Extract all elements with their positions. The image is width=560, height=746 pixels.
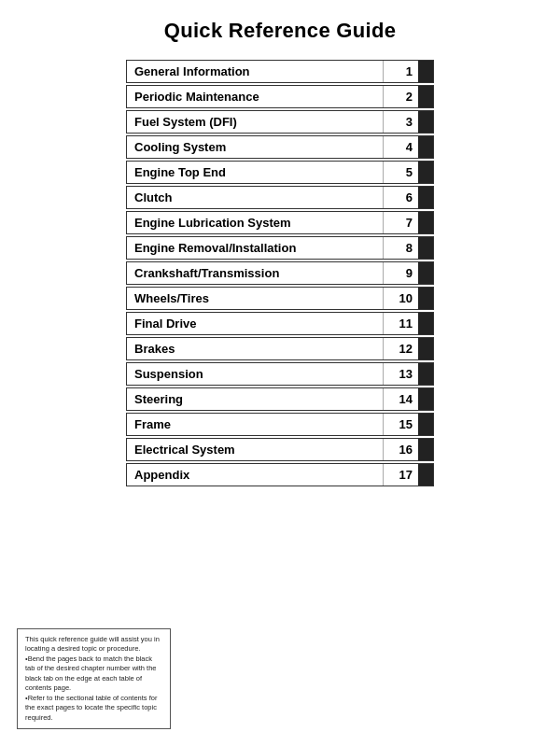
row-label: Clutch [127, 187, 383, 208]
row-label: Appendix [127, 464, 383, 486]
table-row: Wheels/Tires 10 [126, 287, 434, 310]
table-row: Clutch 6 [126, 186, 434, 209]
row-tab [418, 313, 433, 334]
row-label: Engine Top End [127, 162, 383, 183]
row-number: 5 [383, 162, 418, 183]
note-text: This quick reference guide will assist y… [25, 635, 160, 722]
table-row: Final Drive 11 [126, 312, 434, 335]
row-label: General Information [127, 61, 383, 82]
row-number: 15 [383, 414, 418, 435]
row-label: Brakes [127, 338, 383, 359]
row-tab [418, 414, 433, 435]
row-number: 10 [383, 288, 418, 309]
table-row: Frame 15 [126, 413, 434, 436]
row-label: Engine Removal/Installation [127, 237, 383, 259]
row-tab [418, 212, 433, 233]
row-number: 3 [383, 111, 418, 133]
row-label: Suspension [127, 363, 383, 385]
row-number: 8 [383, 237, 418, 259]
row-number: 1 [383, 61, 418, 82]
table-row: Electrical System 16 [126, 438, 434, 461]
table-row: Appendix 17 [126, 463, 434, 486]
row-tab [418, 187, 433, 208]
table-row: Steering 14 [126, 387, 434, 411]
reference-table: General Information 1 Periodic Maintenan… [126, 60, 434, 486]
table-row: Brakes 12 [126, 337, 434, 360]
row-number: 9 [383, 262, 418, 284]
table-row: Engine Top End 5 [126, 161, 434, 184]
row-tab [418, 464, 433, 486]
table-row: General Information 1 [126, 60, 434, 83]
row-label: Frame [127, 414, 383, 435]
row-number: 14 [383, 388, 418, 410]
row-tab [418, 162, 433, 183]
row-label: Periodic Maintenance [127, 86, 383, 107]
table-row: Engine Lubrication System 7 [126, 211, 434, 234]
row-tab [418, 262, 433, 284]
row-label: Final Drive [127, 313, 383, 334]
row-number: 2 [383, 86, 418, 107]
row-tab [418, 338, 433, 359]
row-number: 17 [383, 464, 418, 486]
row-tab [418, 237, 433, 259]
table-row: Fuel System (DFI) 3 [126, 110, 434, 134]
row-label: Engine Lubrication System [127, 212, 383, 233]
table-row: Cooling System 4 [126, 135, 434, 159]
row-tab [418, 111, 433, 133]
row-tab [418, 288, 433, 309]
table-row: Engine Removal/Installation 8 [126, 236, 434, 260]
row-tab [418, 86, 433, 107]
row-tab [418, 61, 433, 82]
row-tab [418, 363, 433, 385]
page-title: Quick Reference Guide [0, 19, 560, 43]
row-label: Steering [127, 388, 383, 410]
row-number: 12 [383, 338, 418, 359]
row-number: 16 [383, 439, 418, 460]
row-number: 7 [383, 212, 418, 233]
row-number: 6 [383, 187, 418, 208]
row-tab [418, 439, 433, 460]
row-label: Wheels/Tires [127, 288, 383, 309]
row-tab [418, 136, 433, 158]
table-row: Suspension 13 [126, 362, 434, 386]
page: Quick Reference Guide General Informatio… [0, 0, 560, 746]
note-box: This quick reference guide will assist y… [17, 628, 171, 730]
row-label: Crankshaft/Transmission [127, 262, 383, 284]
row-tab [418, 388, 433, 410]
row-label: Cooling System [127, 136, 383, 158]
row-number: 4 [383, 136, 418, 158]
row-label: Fuel System (DFI) [127, 111, 383, 133]
table-row: Periodic Maintenance 2 [126, 85, 434, 108]
row-label: Electrical System [127, 439, 383, 460]
row-number: 11 [383, 313, 418, 334]
row-number: 13 [383, 363, 418, 385]
table-row: Crankshaft/Transmission 9 [126, 261, 434, 285]
